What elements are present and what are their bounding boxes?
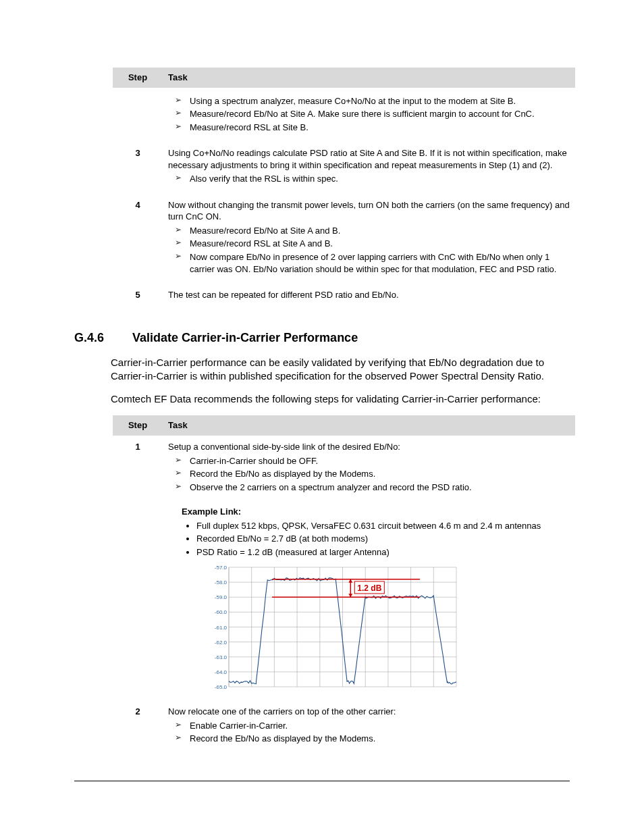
arrow-list: Also verify that the RSL is within spec. xyxy=(168,172,570,186)
list-item: Full duplex 512 kbps, QPSK, VersaFEC 0.6… xyxy=(196,519,570,533)
table-row: Using a spectrum analyzer, measure Co+No… xyxy=(113,88,575,142)
svg-text:-59.0: -59.0 xyxy=(215,595,227,601)
svg-text:-64.0: -64.0 xyxy=(215,669,227,675)
svg-text:-58.0: -58.0 xyxy=(215,579,227,585)
task-text: The test can be repeated for different P… xyxy=(168,290,399,300)
task-text: Using Co+No/No readings calculate PSD ra… xyxy=(168,148,567,170)
bullet-list: Full duplex 512 kbps, QPSK, VersaFEC 0.6… xyxy=(168,519,570,559)
list-item: Measure/record RSL at Site A and B. xyxy=(190,237,570,251)
list-item: Record the Eb/No as displayed by the Mod… xyxy=(190,732,570,746)
table-row: 2 Now relocate one of the carriers on to… xyxy=(113,700,575,754)
svg-text:-61.0: -61.0 xyxy=(215,625,227,631)
col-header-task: Task xyxy=(160,68,575,88)
list-item: Record the Eb/No as displayed by the Mod… xyxy=(190,467,570,481)
list-item: Now compare Eb/No in presence of 2 over … xyxy=(190,251,570,276)
list-item: Enable Carrier-in-Carrier. xyxy=(190,719,570,733)
step-num: 5 xyxy=(113,284,160,309)
paragraph: Comtech EF Data recommends the following… xyxy=(111,392,570,406)
table-row: 5 The test can be repeated for different… xyxy=(113,284,575,309)
arrow-list: Using a spectrum analyzer, measure Co+No… xyxy=(168,95,570,134)
col-header-step: Step xyxy=(113,68,160,88)
section-number: G.4.6 xyxy=(74,331,132,345)
col-header-step: Step xyxy=(113,415,160,436)
step-num: 4 xyxy=(113,194,160,284)
section-heading: G.4.6 Validate Carrier-in-Carrier Perfor… xyxy=(74,331,570,345)
list-item: Measure/record Eb/No at Site A. Make sur… xyxy=(190,107,570,121)
col-header-task: Task xyxy=(160,415,575,436)
list-item: Measure/record Eb/No at Site A and B. xyxy=(190,224,570,238)
svg-text:-60.0: -60.0 xyxy=(215,610,227,616)
svg-text:1.2 dB: 1.2 dB xyxy=(357,583,381,593)
list-item: Measure/record RSL at Site B. xyxy=(190,121,570,134)
step-num: 2 xyxy=(113,700,160,754)
section-title: Validate Carrier-in-Carrier Performance xyxy=(132,331,358,345)
table-row: 1 Setup a conventional side-by-side link… xyxy=(113,436,575,700)
procedure-table-2: Step Task 1 Setup a conventional side-by… xyxy=(113,415,575,754)
psd-spectrum-chart: -57.0-58.0-59.0-60.0-61.0-62.0-63.0-64.0… xyxy=(210,564,570,692)
task-text: Now relocate one of the carriers on top … xyxy=(168,706,396,716)
list-item: Carrier-in-Carrier should be OFF. xyxy=(190,454,570,468)
arrow-list: Enable Carrier-in-Carrier. Record the Eb… xyxy=(168,719,570,746)
list-item: Recorded Eb/No = 2.7 dB (at both modems) xyxy=(196,532,570,546)
arrow-list: Measure/record Eb/No at Site A and B. Me… xyxy=(168,224,570,276)
list-item: Also verify that the RSL is within spec. xyxy=(190,172,570,186)
svg-text:-63.0: -63.0 xyxy=(215,654,227,660)
svg-text:-65.0: -65.0 xyxy=(215,684,227,690)
task-text: Setup a conventional side-by-side link o… xyxy=(168,442,400,452)
svg-text:-62.0: -62.0 xyxy=(215,640,227,646)
svg-text:-57.0: -57.0 xyxy=(215,565,227,571)
list-item: Using a spectrum analyzer, measure Co+No… xyxy=(190,95,570,108)
arrow-list: Carrier-in-Carrier should be OFF. Record… xyxy=(168,454,570,494)
task-text: Now without changing the transmit power … xyxy=(168,200,570,222)
list-item: Observe the 2 carriers on a spectrum ana… xyxy=(190,481,570,494)
list-item: PSD Ratio = 1.2 dB (measured at larger A… xyxy=(196,546,570,559)
table-row: 4 Now without changing the transmit powe… xyxy=(113,194,575,284)
example-link-label: Example Link: xyxy=(182,506,570,518)
step-num: 3 xyxy=(113,142,160,194)
footer-rule xyxy=(74,781,570,781)
step-num: 1 xyxy=(113,436,160,700)
procedure-table-1: Step Task Using a spectrum analyzer, mea… xyxy=(113,68,575,309)
chart-svg: -57.0-58.0-59.0-60.0-61.0-62.0-63.0-64.0… xyxy=(210,564,460,692)
paragraph: Carrier-in-Carrier performance can be ea… xyxy=(111,356,570,384)
svg-marker-33 xyxy=(348,579,352,583)
table-row: 3 Using Co+No/No readings calculate PSD … xyxy=(113,142,575,194)
